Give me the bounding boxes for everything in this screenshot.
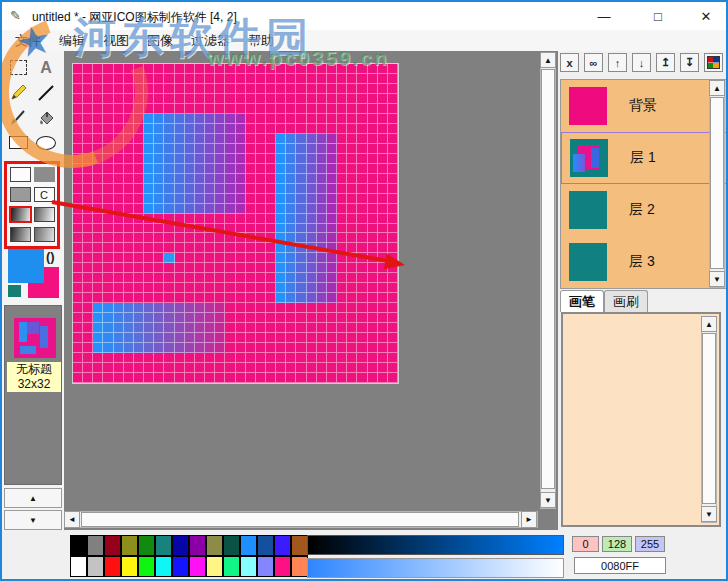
canvas-pixel[interactable] bbox=[195, 283, 205, 293]
canvas-pixel[interactable] bbox=[215, 144, 225, 154]
canvas-pixel[interactable] bbox=[103, 174, 113, 184]
canvas-pixel[interactable] bbox=[368, 293, 378, 303]
fill-bucket-tool[interactable] bbox=[32, 105, 60, 130]
preview-scroll-down-button[interactable]: ▼ bbox=[4, 510, 62, 530]
canvas-pixel[interactable] bbox=[246, 333, 256, 343]
canvas-pixel[interactable] bbox=[246, 124, 256, 134]
canvas-pixel[interactable] bbox=[378, 194, 388, 204]
canvas-pixel[interactable] bbox=[286, 243, 296, 253]
canvas-pixel[interactable] bbox=[114, 353, 124, 363]
canvas-pixel[interactable] bbox=[225, 124, 235, 134]
canvas-pixel[interactable] bbox=[368, 174, 378, 184]
canvas-pixel[interactable] bbox=[296, 363, 306, 373]
canvas-pixel[interactable] bbox=[307, 184, 317, 194]
canvas-pixel[interactable] bbox=[276, 184, 286, 194]
canvas-pixel[interactable] bbox=[256, 214, 266, 224]
canvas-pixel[interactable] bbox=[266, 243, 276, 253]
canvas-pixel[interactable] bbox=[83, 134, 93, 144]
canvas-pixel[interactable] bbox=[347, 293, 357, 303]
canvas-pixel[interactable] bbox=[357, 243, 367, 253]
canvas-pixel[interactable] bbox=[154, 214, 164, 224]
palette-swatch[interactable] bbox=[240, 535, 257, 556]
canvas-pixel[interactable] bbox=[347, 154, 357, 164]
layer-row-1[interactable]: 层 1 bbox=[561, 132, 727, 184]
canvas-pixel[interactable] bbox=[205, 253, 215, 263]
canvas-pixel[interactable] bbox=[368, 263, 378, 273]
canvas-pixel[interactable] bbox=[93, 154, 103, 164]
canvas-pixel[interactable] bbox=[266, 343, 276, 353]
canvas-pixel[interactable] bbox=[368, 333, 378, 343]
canvas-pixel[interactable] bbox=[73, 253, 83, 263]
canvas-pixel[interactable] bbox=[195, 253, 205, 263]
canvas-pixel[interactable] bbox=[347, 194, 357, 204]
canvas-pixel[interactable] bbox=[195, 94, 205, 104]
canvas-pixel[interactable] bbox=[347, 323, 357, 333]
canvas-pixel[interactable] bbox=[134, 154, 144, 164]
canvas-pixel[interactable] bbox=[114, 303, 124, 313]
canvas-pixel[interactable] bbox=[93, 373, 103, 383]
canvas-pixel[interactable] bbox=[327, 303, 337, 313]
canvas-pixel[interactable] bbox=[225, 104, 235, 114]
canvas-pixel[interactable] bbox=[307, 84, 317, 94]
canvas-pixel[interactable] bbox=[154, 224, 164, 234]
canvas-pixel[interactable] bbox=[276, 134, 286, 144]
palette-swatch[interactable] bbox=[87, 556, 104, 577]
canvas-pixel[interactable] bbox=[175, 323, 185, 333]
canvas-pixel[interactable] bbox=[144, 323, 154, 333]
canvas-pixel[interactable] bbox=[337, 184, 347, 194]
canvas-pixel[interactable] bbox=[236, 343, 246, 353]
canvas-pixel[interactable] bbox=[296, 64, 306, 74]
canvas-pixel[interactable] bbox=[225, 263, 235, 273]
canvas-pixel[interactable] bbox=[337, 144, 347, 154]
canvas-pixel[interactable] bbox=[154, 74, 164, 84]
canvas-pixel[interactable] bbox=[164, 243, 174, 253]
canvas-pixel[interactable] bbox=[236, 124, 246, 134]
canvas-pixel[interactable] bbox=[195, 104, 205, 114]
canvas-pixel[interactable] bbox=[337, 303, 347, 313]
canvas-pixel[interactable] bbox=[378, 303, 388, 313]
canvas-pixel[interactable] bbox=[93, 293, 103, 303]
canvas-pixel[interactable] bbox=[266, 144, 276, 154]
canvas-pixel[interactable] bbox=[236, 134, 246, 144]
canvas-pixel[interactable] bbox=[215, 124, 225, 134]
canvas-pixel[interactable] bbox=[276, 293, 286, 303]
canvas-pixel[interactable] bbox=[337, 64, 347, 74]
canvas-pixel[interactable] bbox=[185, 114, 195, 124]
canvas-pixel[interactable] bbox=[164, 134, 174, 144]
canvas-pixel[interactable] bbox=[378, 253, 388, 263]
canvas-pixel[interactable] bbox=[327, 184, 337, 194]
canvas-pixel[interactable] bbox=[215, 164, 225, 174]
canvas-pixel[interactable] bbox=[327, 94, 337, 104]
canvas-pixel[interactable] bbox=[276, 154, 286, 164]
canvas-pixel[interactable] bbox=[307, 253, 317, 263]
canvas-pixel[interactable] bbox=[266, 94, 276, 104]
canvas-pixel[interactable] bbox=[378, 114, 388, 124]
canvas-pixel[interactable] bbox=[327, 293, 337, 303]
canvas-pixel[interactable] bbox=[276, 233, 286, 243]
canvas-pixel[interactable] bbox=[236, 283, 246, 293]
canvas-pixel[interactable] bbox=[73, 243, 83, 253]
canvas-pixel[interactable] bbox=[337, 214, 347, 224]
canvas-pixel[interactable] bbox=[114, 104, 124, 114]
canvas-pixel[interactable] bbox=[307, 154, 317, 164]
canvas-pixel[interactable] bbox=[185, 184, 195, 194]
canvas-pixel[interactable] bbox=[286, 273, 296, 283]
canvas-pixel[interactable] bbox=[73, 164, 83, 174]
canvas-pixel[interactable] bbox=[124, 263, 134, 273]
canvas-pixel[interactable] bbox=[347, 343, 357, 353]
canvas-pixel[interactable] bbox=[256, 303, 266, 313]
canvas-pixel[interactable] bbox=[296, 293, 306, 303]
canvas-pixel[interactable] bbox=[215, 214, 225, 224]
canvas-pixel[interactable] bbox=[357, 353, 367, 363]
canvas-pixel[interactable] bbox=[205, 283, 215, 293]
canvas-pixel[interactable] bbox=[185, 263, 195, 273]
canvas-pixel[interactable] bbox=[93, 343, 103, 353]
canvas-pixel[interactable] bbox=[154, 253, 164, 263]
canvas-pixel[interactable] bbox=[114, 233, 124, 243]
canvas-pixel[interactable] bbox=[317, 333, 327, 343]
canvas-pixel[interactable] bbox=[327, 144, 337, 154]
canvas-pixel[interactable] bbox=[337, 333, 347, 343]
canvas-pixel[interactable] bbox=[225, 303, 235, 313]
canvas-pixel[interactable] bbox=[266, 164, 276, 174]
canvas-pixel[interactable] bbox=[388, 313, 398, 323]
